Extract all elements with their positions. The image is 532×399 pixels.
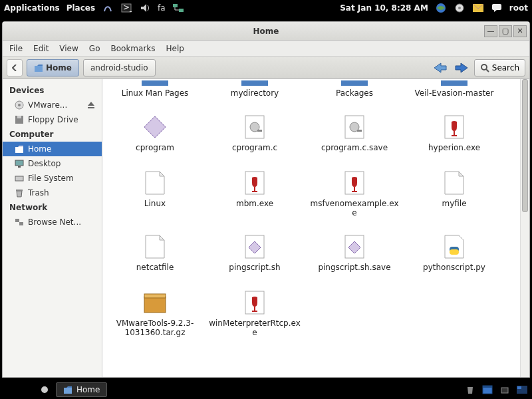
breadcrumb-home[interactable]: Home — [27, 59, 79, 76]
svg-marker-13 — [434, 63, 446, 72]
file-item[interactable]: Packages — [305, 79, 404, 112]
svg-rect-66 — [252, 311, 257, 312]
svg-rect-51 — [354, 187, 355, 191]
file-label: hyperion.exe — [428, 143, 480, 152]
trash-tray-icon[interactable] — [464, 384, 476, 396]
sidebar-item-label: VMware... — [28, 100, 67, 110]
file-item[interactable]: myfile — [404, 168, 504, 224]
file-item[interactable]: pingscript.sh.save — [305, 232, 404, 288]
sidebar-item-filesystem[interactable]: File System — [3, 171, 102, 186]
file-label: cprogram — [136, 143, 174, 152]
sidebar-item-vmware[interactable]: VMware... — [3, 98, 102, 112]
file-item[interactable]: hyperion.exe — [404, 112, 504, 168]
workspace-icon[interactable] — [39, 384, 51, 396]
places-menu[interactable]: Places — [66, 3, 95, 13]
titlebar[interactable]: Home — ▢ ✕ — [3, 22, 529, 41]
bottom-panel: Home — [0, 380, 532, 399]
svg-rect-43 — [454, 131, 455, 135]
menu-view[interactable]: View — [59, 44, 78, 53]
disc-icon[interactable] — [454, 2, 466, 14]
sidebar-section-network: Network — [3, 200, 102, 215]
file-label: cprogram.c.save — [321, 143, 388, 152]
terminal-icon[interactable]: >_ — [120, 2, 132, 14]
scrollbar-thumb[interactable] — [522, 79, 528, 212]
file-item[interactable]: pingscript.sh — [205, 232, 305, 288]
svg-rect-65 — [254, 307, 255, 311]
file-item[interactable]: Linux Man Pages — [105, 79, 205, 112]
clock[interactable]: Sat Jan 10, 8:28 AM — [340, 3, 428, 13]
file-item[interactable]: msfvenomexample.exe — [305, 168, 404, 232]
file-item[interactable]: netcatfile — [105, 232, 205, 288]
chat-icon — [491, 2, 503, 14]
sidebar-item-desktop[interactable]: Desktop — [3, 156, 102, 171]
workspace-switcher-icon[interactable] — [516, 384, 528, 396]
nav-back-button[interactable] — [432, 59, 449, 76]
sidebar-item-trash[interactable]: Trash — [3, 186, 102, 200]
menu-file[interactable]: File — [9, 44, 23, 53]
svg-marker-24 — [15, 146, 23, 147]
svg-marker-46 — [160, 172, 164, 176]
text-file-icon — [441, 170, 467, 196]
sidebar-item-floppy[interactable]: Floppy Drive — [3, 112, 102, 127]
show-desktop-icon[interactable] — [4, 384, 16, 396]
file-item[interactable]: mydirectory — [205, 79, 305, 112]
taskbar-item-home[interactable]: Home — [56, 382, 107, 397]
file-manager-window: Home — ▢ ✕ File Edit View Go Bookmarks H… — [2, 21, 530, 378]
path-back-button[interactable] — [7, 59, 23, 76]
sidebar-item-label: Trash — [28, 188, 49, 198]
file-label: pingscript.sh — [229, 263, 280, 272]
file-item[interactable]: pythonscript.py — [404, 232, 504, 288]
sidebar-item-label: File System — [28, 174, 74, 183]
svg-marker-12 — [35, 65, 43, 66]
window-title: Home — [253, 27, 279, 36]
menu-edit[interactable]: Edit — [33, 44, 49, 53]
file-item[interactable]: VMwareTools-9.2.3-1031360.tar.gz — [105, 288, 205, 360]
close-button[interactable]: ✕ — [513, 25, 527, 37]
show-desktop-icon[interactable] — [21, 384, 33, 396]
file-label: VMwareTools-9.2.3-1031360.tar.gz — [108, 319, 201, 338]
menu-help[interactable]: Help — [166, 44, 184, 53]
file-item[interactable]: cprogram — [105, 112, 205, 168]
svg-rect-30 — [19, 222, 23, 225]
breadcrumb-android-studio[interactable]: android-studio — [83, 59, 156, 76]
svg-point-15 — [481, 65, 487, 70]
scrollbar[interactable] — [520, 79, 529, 377]
file-item[interactable]: mbm.exe — [205, 168, 305, 224]
menu-go[interactable]: Go — [89, 44, 100, 53]
volume-icon[interactable] — [139, 2, 151, 14]
svg-rect-32 — [241, 80, 268, 86]
folder-icon — [142, 80, 168, 86]
svg-rect-11 — [35, 66, 43, 72]
taskbar-item-label: Home — [76, 385, 100, 394]
svg-rect-52 — [352, 191, 357, 192]
menu-bookmarks[interactable]: Bookmarks — [110, 44, 155, 53]
network-icon[interactable] — [172, 2, 184, 14]
file-item[interactable]: winMeterpreterRtcp.exe — [205, 288, 305, 360]
file-item[interactable]: Linux — [105, 168, 205, 224]
file-label: cprogram.c — [232, 143, 277, 152]
search-button[interactable]: Search — [474, 59, 525, 76]
window-list-icon[interactable] — [481, 384, 493, 396]
tray-icon[interactable] — [499, 384, 511, 396]
file-label: Veil-Evasion-master — [415, 88, 494, 98]
file-item[interactable]: cprogram.c — [205, 112, 305, 168]
applications-menu[interactable]: Applications — [4, 3, 60, 13]
eject-icon[interactable] — [87, 101, 95, 109]
folder-icon — [241, 80, 268, 86]
file-item[interactable]: Veil-Evasion-master — [404, 79, 504, 112]
icon-view[interactable]: Linux Man Pages mydirectory Packages Vei… — [102, 79, 520, 377]
sidebar-item-home[interactable]: Home — [3, 142, 102, 156]
mail-icon[interactable] — [472, 2, 484, 14]
keyboard-indicator[interactable]: fa — [158, 3, 166, 13]
file-item[interactable]: cprogram.c.save — [305, 112, 404, 168]
globe-icon[interactable] — [435, 2, 447, 14]
nav-forward-button[interactable] — [453, 59, 470, 76]
user-menu[interactable]: root — [509, 3, 528, 13]
sidebar-item-browse-network[interactable]: Browse Net... — [3, 215, 102, 229]
text-file-icon — [142, 170, 168, 196]
maximize-button[interactable]: ▢ — [499, 25, 512, 37]
svg-rect-31 — [142, 80, 168, 86]
kali-icon[interactable] — [102, 2, 114, 14]
svg-rect-68 — [64, 388, 72, 394]
minimize-button[interactable]: — — [484, 25, 497, 37]
